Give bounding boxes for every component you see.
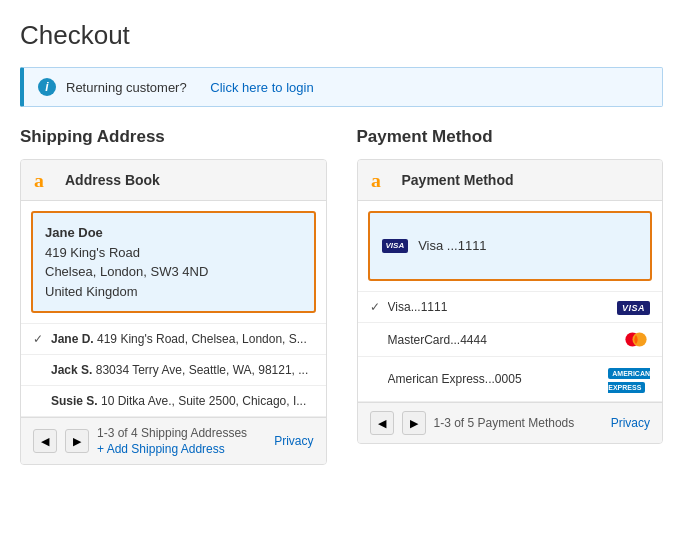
list-item[interactable]: ✓ Visa...1111 VISA [358, 292, 663, 323]
payment-privacy-link[interactable]: Privacy [611, 416, 650, 430]
payment-card-title: Payment Method [402, 172, 514, 188]
shipping-privacy-link[interactable]: Privacy [274, 434, 313, 448]
login-link[interactable]: Click here to login [210, 80, 313, 95]
shipping-card-header: a Address Book [21, 160, 326, 201]
shipping-card: a Address Book Jane Doe 419 King's Road … [20, 159, 327, 465]
payment-column: Payment Method a Payment Method VISA Vis… [357, 127, 664, 465]
banner-text: Returning customer? [66, 80, 187, 95]
list-item[interactable]: ✓ Susie S. 10 Ditka Ave., Suite 2500, Ch… [21, 386, 326, 417]
selected-address-name: Jane Doe [45, 223, 302, 243]
info-icon: i [38, 78, 56, 96]
main-columns: Shipping Address a Address Book Jane Doe… [20, 127, 663, 465]
next-address-button[interactable]: ▶ [65, 429, 89, 453]
check-icon: ✓ [370, 300, 380, 314]
shipping-pagination: 1-3 of 4 Shipping Addresses [97, 426, 266, 440]
svg-text:a: a [371, 169, 381, 191]
payment-pagination: 1-3 of 5 Payment Methods [434, 416, 603, 430]
next-payment-button[interactable]: ▶ [402, 411, 426, 435]
prev-address-button[interactable]: ◀ [33, 429, 57, 453]
payment-list: ✓ Visa...1111 VISA ✓ MasterCard...4444 [358, 291, 663, 402]
list-item[interactable]: ✓ Jane D. 419 King's Road, Chelsea, Lond… [21, 324, 326, 355]
spacer-icon: ✓ [33, 394, 43, 408]
mastercard-logo [622, 331, 650, 348]
svg-text:a: a [34, 169, 44, 191]
check-icon: ✓ [33, 332, 43, 346]
add-shipping-address-link[interactable]: + Add Shipping Address [97, 442, 266, 456]
visa-logo-small: VISA [617, 301, 650, 315]
amex-logo: AMERICANEXPRESS [608, 368, 650, 393]
selected-address-country: United Kingdom [45, 282, 302, 302]
spacer-icon: ✓ [370, 333, 380, 347]
spacer-icon: ✓ [370, 372, 380, 386]
payment-card: a Payment Method VISA Visa ...1111 ✓ Vis… [357, 159, 664, 444]
amazon-logo-shipping: a [33, 168, 57, 192]
amazon-logo-payment: a [370, 168, 394, 192]
selected-payment-text: Visa ...1111 [418, 236, 486, 256]
returning-customer-banner: i Returning customer? Click here to logi… [20, 67, 663, 107]
payment-card-footer: ◀ ▶ 1-3 of 5 Payment Methods Privacy [358, 402, 663, 443]
list-item[interactable]: ✓ MasterCard...4444 [358, 323, 663, 357]
selected-payment[interactable]: VISA Visa ...1111 [368, 211, 653, 281]
shipping-section-title: Shipping Address [20, 127, 327, 147]
shipping-column: Shipping Address a Address Book Jane Doe… [20, 127, 327, 465]
address-list: ✓ Jane D. 419 King's Road, Chelsea, Lond… [21, 323, 326, 417]
page-title: Checkout [20, 20, 663, 51]
list-item[interactable]: ✓ Jack S. 83034 Terry Ave, Seattle, WA, … [21, 355, 326, 386]
payment-section-title: Payment Method [357, 127, 664, 147]
list-item[interactable]: ✓ American Express...0005 AMERICANEXPRES… [358, 357, 663, 402]
selected-address-line1: 419 King's Road [45, 243, 302, 263]
prev-payment-button[interactable]: ◀ [370, 411, 394, 435]
shipping-card-footer: ◀ ▶ 1-3 of 4 Shipping Addresses + Add Sh… [21, 417, 326, 464]
selected-address[interactable]: Jane Doe 419 King's Road Chelsea, London… [31, 211, 316, 313]
spacer-icon: ✓ [33, 363, 43, 377]
payment-card-header: a Payment Method [358, 160, 663, 201]
selected-address-line2: Chelsea, London, SW3 4ND [45, 262, 302, 282]
shipping-card-title: Address Book [65, 172, 160, 188]
visa-logo-selected: VISA [382, 239, 409, 253]
